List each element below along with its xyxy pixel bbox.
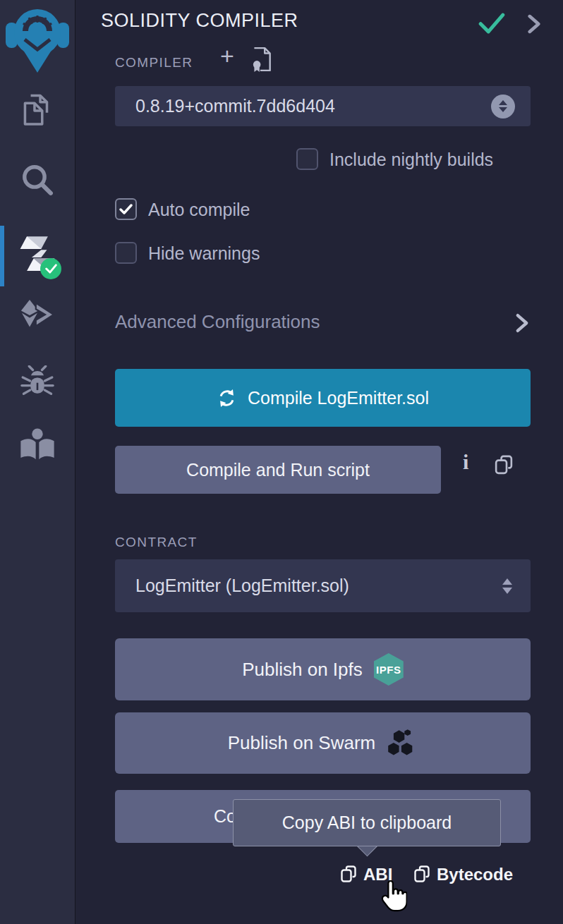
swarm-logo-icon — [387, 729, 418, 758]
copy-abi-tooltip: Copy ABI to clipboard — [233, 799, 501, 846]
sidebar-item-deploy-and-run[interactable] — [0, 299, 75, 330]
publish-ipfs-label: Publish on Ipfs — [242, 659, 363, 681]
collapse-panel-chevron-icon[interactable] — [526, 14, 543, 37]
sidebar-item-search[interactable] — [0, 161, 75, 199]
compile-and-run-label: Compile and Run script — [186, 460, 370, 480]
advanced-configurations-toggle[interactable]: Advanced Configurations — [115, 311, 320, 333]
publish-swarm-button[interactable]: Publish on Swarm — [115, 712, 531, 774]
ethereum-deploy-icon — [17, 299, 58, 330]
auto-compile-checkbox[interactable] — [115, 198, 137, 220]
icon-sidebar — [0, 0, 75, 924]
hide-warnings-label: Hide warnings — [148, 243, 260, 265]
compile-ok-icon — [478, 13, 505, 37]
hide-warnings-checkbox[interactable] — [115, 242, 137, 264]
open-license-icon[interactable] — [250, 47, 273, 75]
info-icon[interactable]: i — [463, 450, 468, 474]
include-nightly-label: Include nightly builds — [329, 149, 493, 171]
compile-and-run-button[interactable]: Compile and Run script — [115, 446, 441, 494]
compile-button-label: Compile LogEmitter.sol — [248, 388, 429, 408]
version-select-arrows-icon — [491, 95, 515, 118]
page-title: SOLIDITY COMPILER — [101, 10, 298, 32]
compiler-section-label: COMPILER — [115, 55, 193, 71]
copy-icon — [413, 865, 431, 885]
contract-select-value: LogEmitter (LogEmitter.sol) — [115, 576, 349, 596]
compiler-version-select[interactable]: 0.8.19+commit.7dd6d404 — [115, 86, 531, 126]
contract-select-arrows-icon — [502, 578, 512, 594]
copy-bytecode-button[interactable]: Bytecode — [413, 865, 513, 885]
copy-script-icon[interactable] — [493, 454, 514, 480]
copy-bytecode-label: Bytecode — [437, 865, 513, 885]
contract-section-label: CONTRACT — [115, 535, 198, 550]
compile-button[interactable]: Compile LogEmitter.sol — [115, 369, 531, 427]
sidebar-item-file-explorer[interactable] — [0, 92, 75, 130]
check-icon — [45, 264, 57, 274]
compiler-panel: SOLIDITY COMPILER COMPILER + 0. — [75, 0, 563, 924]
copy-icon — [339, 865, 358, 885]
search-icon — [18, 161, 56, 199]
ipfs-logo-icon: IPFS — [374, 653, 404, 686]
remix-logo[interactable] — [0, 4, 75, 75]
auto-compile-label: Auto compile — [148, 199, 250, 221]
hand-pointer-cursor-icon — [377, 880, 407, 917]
compiler-version-value: 0.8.19+commit.7dd6d404 — [115, 96, 335, 116]
sidebar-item-solidity-compiler[interactable] — [0, 234, 75, 275]
contract-select[interactable]: LogEmitter (LogEmitter.sol) — [115, 559, 531, 612]
sidebar-item-learneth[interactable] — [0, 427, 75, 461]
file-explorer-icon — [18, 92, 56, 130]
tooltip-text: Copy ABI to clipboard — [282, 813, 452, 833]
open-book-icon — [19, 427, 56, 461]
refresh-icon — [217, 389, 237, 408]
solidity-compiler-panel: SOLIDITY COMPILER COMPILER + 0. — [0, 0, 563, 924]
sidebar-item-debugger[interactable] — [0, 365, 75, 402]
advanced-chevron-icon[interactable] — [514, 313, 530, 336]
publish-ipfs-button[interactable]: Publish on Ipfs IPFS — [115, 638, 531, 700]
add-custom-compiler-icon[interactable]: + — [220, 44, 234, 68]
check-icon — [119, 204, 133, 215]
bug-icon — [19, 365, 56, 402]
publish-swarm-label: Publish on Swarm — [228, 732, 376, 754]
include-nightly-checkbox[interactable] — [296, 148, 318, 170]
remix-logo-icon — [6, 4, 69, 75]
compile-success-badge — [40, 258, 61, 279]
